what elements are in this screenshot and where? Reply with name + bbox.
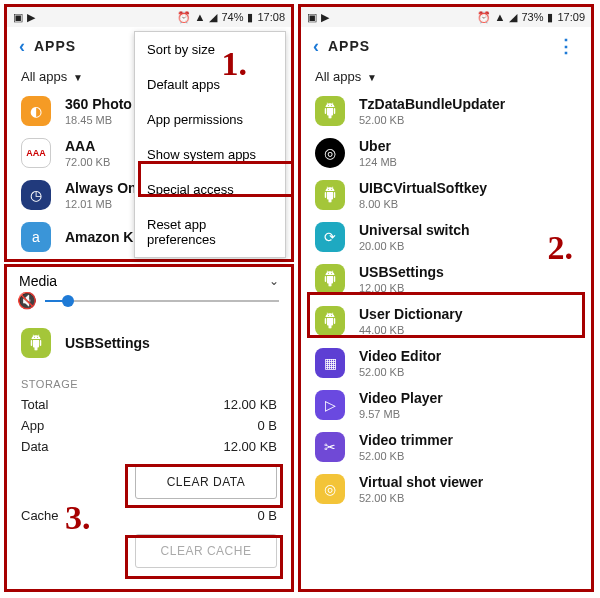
app-name: User Dictionary bbox=[359, 306, 462, 322]
android-icon bbox=[315, 180, 345, 210]
panel-app-storage: Media ⌄ 🔇 USBSettings STORAGE Total12.00… bbox=[4, 264, 294, 592]
status-bar: ▣ ▶ ⏰ ▲ ◢ 74% ▮ 17:08 bbox=[7, 7, 291, 27]
panel-apps-menu: ▣ ▶ ⏰ ▲ ◢ 74% ▮ 17:08 ‹ APPS All apps ▼ … bbox=[4, 4, 294, 262]
media-volume-row[interactable]: Media ⌄ bbox=[7, 267, 291, 291]
signal-icon: ◢ bbox=[509, 11, 517, 24]
notif-icon: ▶ bbox=[27, 11, 35, 24]
volume-slider[interactable]: 🔇 bbox=[7, 291, 291, 318]
battery-icon: ▮ bbox=[547, 11, 553, 24]
storage-total: Total12.00 KB bbox=[7, 394, 291, 415]
menu-special-access[interactable]: Special access bbox=[135, 172, 285, 207]
slider-track[interactable] bbox=[45, 300, 279, 302]
app-size: 9.57 MB bbox=[359, 408, 443, 420]
menu-sort-by-size[interactable]: Sort by size bbox=[135, 32, 285, 67]
back-icon[interactable]: ‹ bbox=[11, 36, 34, 57]
app-row[interactable]: ▷ Video Player9.57 MB bbox=[301, 384, 591, 426]
app-name: USBSettings bbox=[359, 264, 444, 280]
video-trimmer-icon: ✂ bbox=[315, 432, 345, 462]
video-player-icon: ▷ bbox=[315, 390, 345, 420]
storage-heading: STORAGE bbox=[7, 364, 291, 394]
app-name: Video Player bbox=[359, 390, 443, 406]
storage-app: App0 B bbox=[7, 415, 291, 436]
wifi-icon: ▲ bbox=[195, 11, 206, 23]
app-row[interactable]: User Dictionary44.00 KB bbox=[301, 300, 591, 342]
switch-icon: ⟳ bbox=[315, 222, 345, 252]
app-icon: ◐ bbox=[21, 96, 51, 126]
chevron-down-icon: ⌄ bbox=[269, 274, 279, 288]
battery-pct: 74% bbox=[221, 11, 243, 23]
mute-icon[interactable]: 🔇 bbox=[17, 291, 37, 310]
step-2: 2. bbox=[548, 229, 574, 267]
virtual-shot-icon: ◎ bbox=[315, 474, 345, 504]
page-title: APPS bbox=[328, 38, 370, 54]
wifi-icon: ▲ bbox=[495, 11, 506, 23]
app-row[interactable]: ◎ Virtual shot viewer52.00 KB bbox=[301, 468, 591, 510]
app-row[interactable]: UIBCVirtualSoftkey8.00 KB bbox=[301, 174, 591, 216]
app-name: Video Editor bbox=[359, 348, 441, 364]
app-name: Uber bbox=[359, 138, 397, 154]
menu-default-apps[interactable]: Default apps bbox=[135, 67, 285, 102]
app-name: Universal switch bbox=[359, 222, 470, 238]
overflow-menu: Sort by size Default apps App permission… bbox=[134, 31, 286, 258]
filter-dropdown[interactable]: All apps ▼ bbox=[301, 65, 591, 90]
android-icon bbox=[315, 264, 345, 294]
android-icon bbox=[315, 96, 345, 126]
app-size: 72.00 KB bbox=[65, 156, 110, 168]
app-name: TzDataBundleUpdater bbox=[359, 96, 505, 112]
filter-label: All apps bbox=[21, 69, 67, 84]
app-name: AAA bbox=[65, 138, 110, 154]
menu-app-permissions[interactable]: App permissions bbox=[135, 102, 285, 137]
media-label: Media bbox=[19, 273, 57, 289]
overflow-icon[interactable]: ⋮ bbox=[545, 35, 587, 57]
storage-cache: Cache0 B bbox=[7, 505, 291, 526]
video-editor-icon: ▦ bbox=[315, 348, 345, 378]
page-title: APPS bbox=[34, 38, 76, 54]
clock: 17:09 bbox=[557, 11, 585, 23]
slider-thumb[interactable] bbox=[62, 295, 74, 307]
panel-apps-list: ▣ ▶ ⏰ ▲ ◢ 73% ▮ 17:09 ‹ APPS ⋮ All apps … bbox=[298, 4, 594, 592]
app-row[interactable]: TzDataBundleUpdater52.00 KB bbox=[301, 90, 591, 132]
app-row[interactable]: ◎ Uber124 MB bbox=[301, 132, 591, 174]
clear-cache-button[interactable]: CLEAR CACHE bbox=[135, 534, 277, 568]
clock: 17:08 bbox=[257, 11, 285, 23]
app-name: Video trimmer bbox=[359, 432, 453, 448]
app-name: UIBCVirtualSoftkey bbox=[359, 180, 487, 196]
app-icon: a bbox=[21, 222, 51, 252]
filter-label: All apps bbox=[315, 69, 361, 84]
battery-pct: 73% bbox=[521, 11, 543, 23]
notif-icon: ▣ bbox=[13, 11, 23, 24]
app-size: 52.00 KB bbox=[359, 492, 483, 504]
status-bar: ▣ ▶ ⏰ ▲ ◢ 73% ▮ 17:09 bbox=[301, 7, 591, 27]
app-size: 44.00 KB bbox=[359, 324, 462, 336]
app-header-row: USBSettings bbox=[7, 318, 291, 364]
battery-icon: ▮ bbox=[247, 11, 253, 24]
app-row[interactable]: ▦ Video Editor52.00 KB bbox=[301, 342, 591, 384]
chevron-down-icon: ▼ bbox=[73, 72, 83, 83]
app-icon: ◷ bbox=[21, 180, 51, 210]
step-3: 3. bbox=[65, 499, 91, 537]
step-1: 1. bbox=[222, 45, 248, 83]
app-size: 52.00 KB bbox=[359, 366, 441, 378]
clear-data-button[interactable]: CLEAR DATA bbox=[135, 465, 277, 499]
app-row[interactable]: ✂ Video trimmer52.00 KB bbox=[301, 426, 591, 468]
app-icon: AAA bbox=[21, 138, 51, 168]
alarm-icon: ⏰ bbox=[477, 11, 491, 24]
app-size: 12.00 KB bbox=[359, 282, 444, 294]
notif-icon: ▣ bbox=[307, 11, 317, 24]
menu-show-system-apps[interactable]: Show system apps bbox=[135, 137, 285, 172]
notif-icon: ▶ bbox=[321, 11, 329, 24]
storage-data: Data12.00 KB bbox=[7, 436, 291, 457]
app-size: 52.00 KB bbox=[359, 450, 453, 462]
alarm-icon: ⏰ bbox=[177, 11, 191, 24]
app-size: 20.00 KB bbox=[359, 240, 470, 252]
app-size: 52.00 KB bbox=[359, 114, 505, 126]
app-name: USBSettings bbox=[65, 335, 150, 351]
app-name: Virtual shot viewer bbox=[359, 474, 483, 490]
menu-reset-app-prefs[interactable]: Reset app preferences bbox=[135, 207, 285, 257]
app-size: 124 MB bbox=[359, 156, 397, 168]
uber-icon: ◎ bbox=[315, 138, 345, 168]
android-icon bbox=[21, 328, 51, 358]
back-icon[interactable]: ‹ bbox=[305, 36, 328, 57]
signal-icon: ◢ bbox=[209, 11, 217, 24]
app-header: ‹ APPS ⋮ bbox=[301, 27, 591, 65]
